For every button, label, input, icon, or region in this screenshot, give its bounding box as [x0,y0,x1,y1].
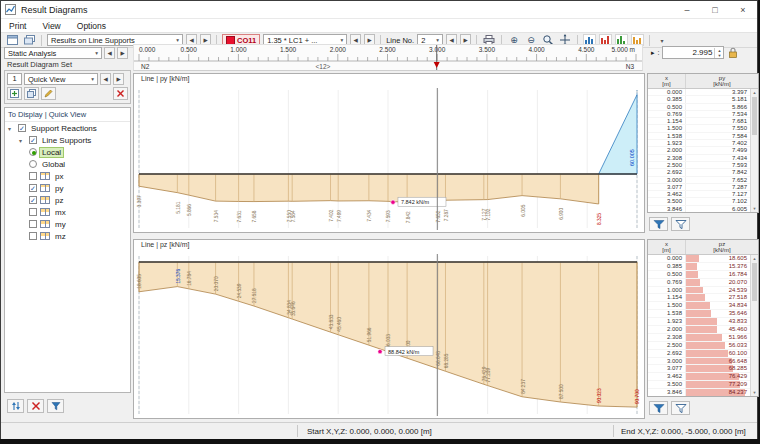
table-row[interactable]: 2.69260.100 [648,350,750,358]
checkbox-icon[interactable] [29,208,37,216]
tree-item-my[interactable]: my [29,218,130,230]
all-values-filter-icon[interactable] [671,401,690,415]
analysis-next-button[interactable]: ▶ [117,47,128,59]
table-row[interactable]: 0.5005.866 [648,104,750,111]
new-set-button[interactable] [7,87,22,100]
extreme-values-filter-icon[interactable] [649,217,668,231]
scrollbar-thumb[interactable] [752,97,757,135]
copy-set-button[interactable] [24,87,39,100]
py-diagram-panel[interactable]: Line | py [kN/m] 60.0053.3975.1815.8667.… [133,73,645,233]
chevron-down-icon[interactable]: ▾ [432,37,439,43]
tree-item-support-reactions[interactable]: ▾ ✓ Support Reactions [5,122,130,134]
table-row[interactable]: 0.50016.784 [648,271,750,279]
tree-item-mz[interactable]: mz [29,230,130,242]
table-row[interactable]: 3.0777.287 [648,184,750,191]
lock-icon[interactable] [727,46,739,59]
set-name-combo[interactable]: Quick View ▾ [24,73,98,85]
table-row[interactable]: 1.15427.518 [648,294,750,302]
more-options-icon[interactable]: ▾ [655,34,669,47]
minimize-button[interactable]: – [673,1,701,18]
position-value[interactable]: 2.995 [663,48,714,57]
cascade-windows-icon[interactable] [22,34,36,47]
maximize-button[interactable]: □ [701,1,729,18]
menu-options[interactable]: Options [77,21,106,31]
scroll-down-icon[interactable]: ▼ [751,206,758,211]
checkbox-checked-icon[interactable]: ✓ [29,196,37,204]
tree-item-line-supports[interactable]: ▾ ✓ Line Supports [5,134,130,146]
ruler[interactable]: 0.0000.5001.0001.5002.0002.5003.0003.500… [133,44,643,71]
spinner-arrows[interactable]: ▲▼ [714,48,723,58]
table-row[interactable]: 1.50034.834 [648,302,750,310]
table-row[interactable]: 2.5007.593 [648,162,750,169]
set-prev-button[interactable]: ◀ [100,73,111,85]
checkbox-icon[interactable] [29,220,37,228]
table-row[interactable]: 2.3087.434 [648,155,750,162]
table-row[interactable]: 3.07768.285 [648,365,750,373]
checkbox-checked[interactable]: ✓ [18,124,26,132]
expander-icon[interactable]: ▾ [19,137,26,144]
table-row[interactable]: 0.3855.181 [648,96,750,103]
table-row[interactable]: 0.00018.605 [648,255,750,263]
table-row[interactable]: 2.50056.033 [648,342,750,350]
filter-icon[interactable] [47,399,64,413]
table-row[interactable]: 0.76920.070 [648,279,750,287]
table-row[interactable]: 3.00066.648 [648,358,750,366]
tree-item-pz[interactable]: ✓pz [29,194,130,206]
radio-icon[interactable] [29,160,37,168]
all-values-filter-icon[interactable] [671,217,690,231]
menu-print[interactable]: Print [9,21,26,31]
chevron-down-icon[interactable]: ▾ [87,76,94,82]
checkbox-checked-icon[interactable]: ✓ [29,184,37,192]
table-row[interactable]: 1.5387.584 [648,133,750,140]
set-number-field[interactable]: 1 [7,73,22,85]
table-row[interactable]: 0.7697.534 [648,111,750,118]
checkbox-icon[interactable] [29,172,37,180]
table-row[interactable]: 1.92343.833 [648,318,750,326]
table-row[interactable]: 1.00024.539 [648,287,750,295]
expander-icon[interactable]: ▾ [8,125,15,132]
table-row[interactable]: 3.5007.102 [648,198,750,205]
table-row[interactable]: 1.9237.402 [648,140,750,147]
radio-selected-icon[interactable] [29,148,37,156]
table-row[interactable]: 1.1547.681 [648,118,750,125]
tree-item-mx[interactable]: mx [29,206,130,218]
chevron-down-icon[interactable]: ▾ [172,37,179,43]
extreme-values-filter-icon[interactable] [649,401,668,415]
pz-diagram-panel[interactable]: Line | pz [kN/m] 18.60515.37616.78420.07… [133,239,645,419]
py-table-scrollbar[interactable]: ▲ ▼ [750,89,758,212]
checkbox-icon[interactable] [29,232,37,240]
table-row[interactable]: 3.0007.652 [648,177,750,184]
table-row[interactable]: 3.50077.209 [648,381,750,389]
tree-item-global[interactable]: Global [29,158,130,170]
tree-item-py[interactable]: ✓py [29,182,130,194]
clear-icon[interactable] [27,399,44,413]
pz-table-scrollbar[interactable]: ▲ ▼ [750,255,758,396]
delete-set-button[interactable] [113,87,128,100]
checkbox-checked[interactable]: ✓ [29,136,37,144]
chevron-down-icon[interactable]: ▾ [91,50,98,56]
spin-down-icon[interactable]: ▼ [717,53,721,58]
set-next-button[interactable]: ▶ [113,73,124,85]
new-window-icon[interactable] [5,34,19,47]
menu-view[interactable]: View [42,21,60,31]
sort-icon[interactable] [7,399,24,413]
chevron-down-icon[interactable]: ▾ [336,37,343,43]
scroll-down-icon[interactable]: ▼ [751,390,758,395]
table-row[interactable]: 0.0003.397 [648,89,750,96]
table-row[interactable]: 1.5007.550 [648,125,750,132]
table-row[interactable]: 3.4627.127 [648,191,750,198]
table-row[interactable]: 0.38515.376 [648,263,750,271]
scroll-up-icon[interactable]: ▲ [751,90,758,95]
position-spinner[interactable]: 2.995 ▲▼ [662,46,724,59]
table-row[interactable]: 3.8466.005 [648,206,750,212]
analysis-prev-button[interactable]: ◀ [104,47,115,59]
close-button[interactable]: × [729,1,757,18]
table-row[interactable]: 3.84684.237 [648,389,750,396]
scrollbar-thumb[interactable] [752,263,757,301]
tree-item-local[interactable]: Local [29,146,130,158]
table-row[interactable]: 2.00045.460 [648,326,750,334]
tree-item-px[interactable]: px [29,170,130,182]
analysis-combo[interactable]: Static Analysis ▾ [4,47,102,59]
scroll-up-icon[interactable]: ▲ [751,256,758,261]
table-row[interactable]: 1.53835.646 [648,310,750,318]
